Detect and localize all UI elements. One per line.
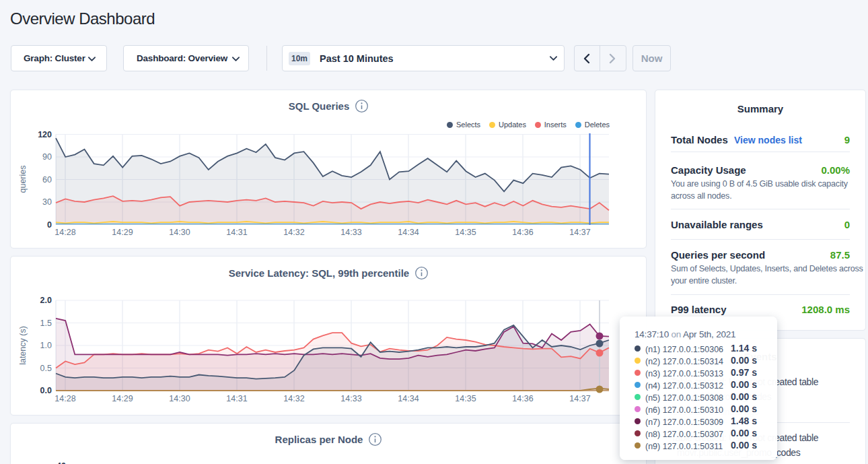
- svg-text:0.0: 0.0: [40, 386, 52, 395]
- svg-text:14:33: 14:33: [340, 228, 361, 237]
- svg-text:14:28: 14:28: [55, 394, 75, 403]
- svg-text:1.5: 1.5: [40, 319, 52, 328]
- svg-text:0: 0: [47, 220, 52, 230]
- svg-text:14:30: 14:30: [169, 394, 190, 403]
- svg-text:14:29: 14:29: [112, 394, 133, 403]
- svg-text:14:37: 14:37: [569, 228, 590, 237]
- svg-text:14:34: 14:34: [398, 228, 419, 237]
- svg-text:14:31: 14:31: [226, 394, 247, 403]
- svg-text:14:35: 14:35: [455, 394, 476, 403]
- svg-text:90: 90: [42, 152, 52, 162]
- svg-text:queries: queries: [18, 166, 28, 193]
- svg-text:30: 30: [42, 197, 52, 207]
- svg-text:latency (s): latency (s): [18, 326, 28, 365]
- svg-text:14:36: 14:36: [512, 394, 533, 403]
- svg-text:1.0: 1.0: [40, 341, 52, 350]
- svg-text:60: 60: [42, 175, 52, 185]
- svg-text:14:28: 14:28: [55, 228, 75, 237]
- svg-text:120: 120: [38, 130, 52, 139]
- svg-text:0.5: 0.5: [40, 364, 52, 373]
- svg-text:14:34: 14:34: [398, 394, 419, 403]
- svg-text:14:32: 14:32: [283, 228, 304, 237]
- svg-text:2.0: 2.0: [40, 296, 52, 305]
- svg-text:14:36: 14:36: [512, 228, 533, 237]
- svg-text:14:33: 14:33: [340, 394, 361, 403]
- svg-text:14:31: 14:31: [226, 228, 247, 237]
- svg-text:14:29: 14:29: [112, 228, 133, 237]
- svg-text:14:37: 14:37: [569, 394, 590, 403]
- svg-text:14:30: 14:30: [169, 228, 190, 237]
- svg-text:14:35: 14:35: [455, 228, 476, 237]
- svg-text:14:32: 14:32: [283, 394, 304, 403]
